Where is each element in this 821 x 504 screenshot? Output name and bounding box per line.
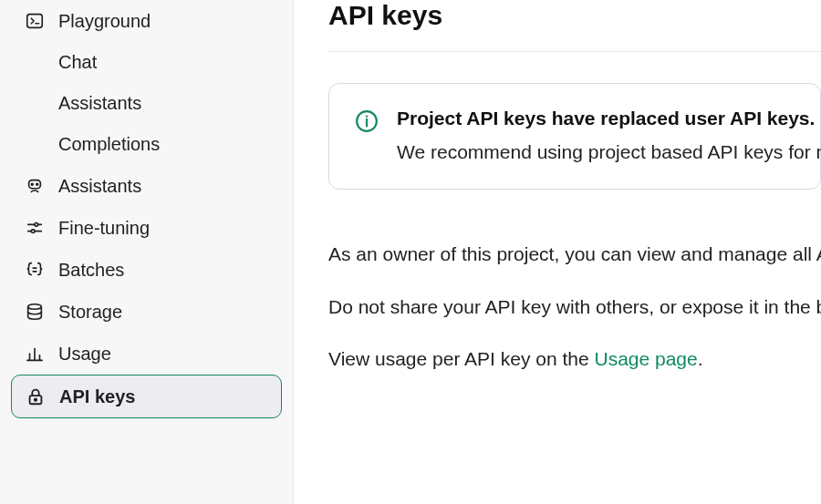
sidebar-item-completions[interactable]: Completions: [11, 124, 282, 165]
sidebar-item-label: Assistants: [58, 176, 141, 197]
bar-chart-icon: [24, 343, 46, 365]
main-content: API keys Project API keys have replaced …: [294, 0, 821, 504]
braces-icon: [24, 259, 46, 281]
sliders-icon: [24, 217, 46, 239]
info-notice: Project API keys have replaced user API …: [328, 83, 821, 190]
sidebar-item-label: Playground: [58, 11, 151, 32]
sidebar-item-assistants[interactable]: Assistants: [11, 165, 282, 207]
sidebar-item-label: Chat: [58, 52, 97, 73]
sidebar-item-label: Completions: [58, 134, 160, 155]
page-title: API keys: [328, 0, 821, 31]
usage-text-suffix: .: [698, 348, 703, 369]
svg-point-8: [35, 398, 36, 400]
sidebar-item-usage[interactable]: Usage: [11, 333, 282, 375]
usage-page-link[interactable]: Usage page: [594, 348, 697, 369]
sidebar-item-label: Usage: [58, 344, 111, 365]
sidebar-item-assistants-sub[interactable]: Assistants: [11, 83, 282, 124]
svg-point-4: [35, 223, 38, 227]
terminal-icon: [24, 10, 46, 32]
database-icon: [24, 301, 46, 323]
svg-point-2: [31, 183, 33, 185]
notice-body: We recommend using project based API key…: [397, 139, 821, 165]
svg-point-11: [366, 115, 368, 117]
description-usage: View usage per API key on the Usage page…: [328, 345, 821, 372]
robot-icon: [24, 175, 46, 197]
sidebar-item-label: API keys: [59, 386, 135, 407]
lock-icon: [25, 386, 47, 407]
usage-text-prefix: View usage per API key on the: [328, 348, 594, 369]
sidebar-item-playground[interactable]: Playground: [11, 0, 282, 42]
sidebar-item-batches[interactable]: Batches: [11, 249, 282, 291]
divider: [328, 51, 821, 52]
sidebar: Playground Chat Assistants Completions A…: [0, 0, 294, 504]
sidebar-item-label: Batches: [58, 260, 124, 281]
sidebar-item-apikeys[interactable]: API keys: [11, 375, 282, 418]
info-icon: [355, 109, 379, 133]
sidebar-item-label: Assistants: [58, 93, 141, 114]
sidebar-item-chat[interactable]: Chat: [11, 42, 282, 83]
sidebar-item-storage[interactable]: Storage: [11, 291, 282, 333]
svg-point-3: [36, 183, 38, 185]
sidebar-item-finetuning[interactable]: Fine-tuning: [11, 207, 282, 249]
sidebar-item-label: Storage: [58, 302, 122, 323]
notice-text: Project API keys have replaced user API …: [397, 108, 821, 165]
notice-title: Project API keys have replaced user API …: [397, 108, 821, 129]
description-owner: As an owner of this project, you can vie…: [328, 241, 821, 267]
description-warning: Do not share your API key with others, o…: [328, 293, 821, 320]
svg-point-5: [31, 230, 35, 233]
svg-rect-0: [27, 15, 43, 28]
sidebar-item-label: Fine-tuning: [58, 218, 150, 239]
svg-point-6: [28, 304, 42, 310]
